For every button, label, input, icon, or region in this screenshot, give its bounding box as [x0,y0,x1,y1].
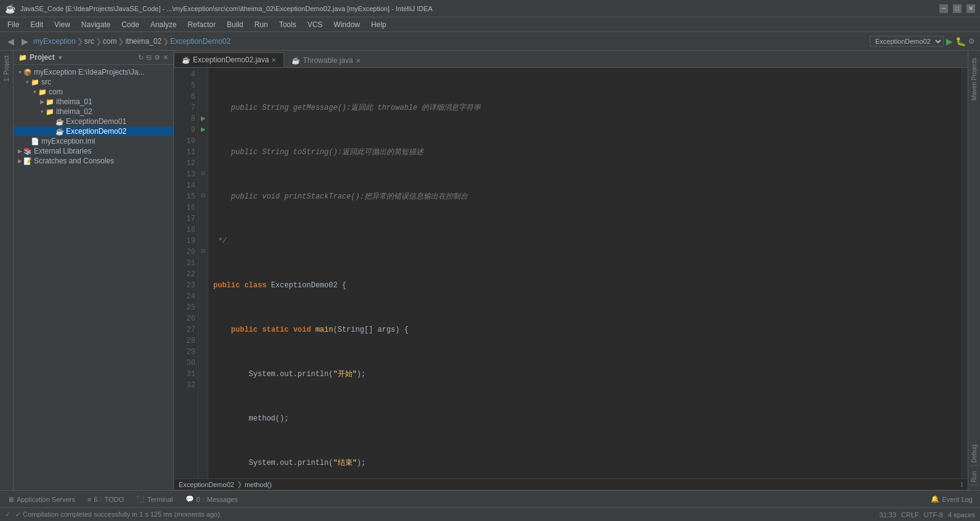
run-arrow-9[interactable]: ▶ [201,126,206,133]
menu-edit[interactable]: Edit [25,19,48,30]
run-panel-label[interactable]: Run [970,469,979,485]
tree-label-exceptiondemo01: ExceptionDemo01 [66,117,126,126]
status-bar: ✓ ✓ Compilation completed successfully i… [0,507,980,521]
code-editor[interactable]: 4 5 6 7 8 9 10 11 12 13 14 15 16 17 18 1… [174,68,968,478]
scrollbar[interactable] [962,68,968,478]
menu-run[interactable]: Run [250,19,273,30]
tree-icon-iml: 📄 [31,137,39,146]
tree-label-iml: myException.iml [41,137,95,146]
indent-info[interactable]: 4 spaces [948,511,975,519]
tree-icon-exceptiondemo01: ☕ [55,118,64,126]
tree-item-myexception[interactable]: ▾ 📦 myException E:\IdeaProjects\Ja... [14,67,173,77]
code-line-7: */ [213,236,957,247]
menu-code[interactable]: Code [116,19,144,30]
tree-item-extlib[interactable]: ▶ 📚 External Libraries [14,146,173,156]
tree-icon-myexception: 📦 [23,68,32,76]
breadcrumb-com[interactable]: com [103,37,117,46]
menu-analyze[interactable]: Analyze [145,19,182,30]
menu-help[interactable]: Help [366,19,391,30]
tab-event-log[interactable]: 🔔 Event Log [926,494,978,504]
tree-item-scratches[interactable]: ▶ 📝 Scratches and Consoles [14,156,173,166]
tree-label-src: src [41,78,51,86]
tree-item-src[interactable]: ▾ 📁 src [14,77,173,87]
fold-start-15[interactable]: ⊟ [201,192,206,199]
editor-area: ☕ ExceptionDemo02.java ✕ ☕ Throwable.jav… [174,51,968,490]
menu-window[interactable]: Window [329,19,365,30]
file-encoding[interactable]: UTF-8 [924,511,943,519]
tree-label-extlib: External Libraries [34,147,91,155]
toolbar-btn-1[interactable]: ⚙ [968,37,975,46]
tab-terminal[interactable]: ⬛ Terminal [131,494,178,504]
menu-build[interactable]: Build [222,19,248,30]
breadcrumb-myexception[interactable]: myException [33,37,76,46]
cursor-pos[interactable]: 31:33 [880,511,897,519]
tree-item-exceptiondemo02[interactable]: ▶ ☕ ExceptionDemo02 [14,126,173,136]
gutter: ▶ ▶ ⊟ ⊟ ⊟ [198,68,208,478]
tab-java-icon-1: ☕ [182,56,190,64]
debug-button[interactable]: 🐛 [955,36,966,46]
fold-end-13[interactable]: ⊟ [201,170,206,176]
tab-todo[interactable]: ≡ 6 : TODO [83,494,129,504]
tab-close-2[interactable]: ✕ [356,57,361,64]
tab-label-1: ExceptionDemo02.java [193,55,269,64]
tree-icon-com: 📁 [38,88,47,96]
cursor-position: I [961,481,963,488]
tree-item-exceptiondemo01[interactable]: ▶ ☕ ExceptionDemo01 [14,117,173,126]
menu-view[interactable]: View [49,19,75,30]
project-header: 📁 Project ▾ ↻ ⊟ ⚙ ✕ [14,51,173,65]
maven-projects-label[interactable]: Maven Projects [970,55,979,103]
menu-navigate[interactable]: Navigate [76,19,115,30]
menu-tools[interactable]: Tools [274,19,301,30]
menu-refactor[interactable]: Refactor [183,19,221,30]
maximize-button[interactable]: □ [953,4,962,13]
code-line-10: System.out.println("开始"); [213,369,957,380]
run-config-select[interactable]: ExceptionDemo02 [870,36,944,47]
status-ok-icon: ✓ [5,511,10,519]
nav-back-button[interactable]: ◀ [5,35,17,47]
project-panel-label[interactable]: 1: Project [1,51,12,86]
tree-item-com[interactable]: ▾ 📁 com [14,87,173,97]
tree-item-itheima02[interactable]: ▾ 📁 itheima_02 [14,107,173,117]
tab-exceptiondemo02[interactable]: ☕ ExceptionDemo02.java ✕ [174,52,284,67]
run-arrow-8[interactable]: ▶ [201,115,206,121]
tree-icon-scratches: 📝 [23,157,32,165]
right-panels: Maven Projects Debug Run [968,51,980,490]
tree-item-iml[interactable]: ▶ 📄 myException.iml [14,136,173,146]
bottom-tabs: 🖥 Application Servers ≡ 6 : TODO ⬛ Termi… [0,490,980,507]
file-tree: ▾ 📦 myException E:\IdeaProjects\Ja... ▾ … [14,65,173,490]
project-panel: 📁 Project ▾ ↻ ⊟ ⚙ ✕ ▾ 📦 myException E:\I… [14,51,174,490]
project-collapse-icon[interactable]: ⊟ [146,54,152,62]
breadcrumb-class[interactable]: ExceptionDemo02 [179,481,234,488]
code-line-11: method(); [213,413,957,424]
line-ending[interactable]: CRLF [901,511,919,519]
breadcrumb-src[interactable]: src [84,37,94,46]
menu-vcs[interactable]: VCS [303,19,328,30]
code-content[interactable]: public String getMessage():返回此 throwable… [208,68,962,478]
close-button[interactable]: ✕ [966,4,975,13]
menu-bar: File Edit View Navigate Code Analyze Ref… [0,17,980,32]
fold-20[interactable]: ⊟ [201,248,206,254]
tab-application-servers[interactable]: 🖥 Application Servers [2,494,80,504]
project-dropdown-icon[interactable]: ▾ [59,54,62,62]
breadcrumb-file[interactable]: ExceptionDemo02 [170,37,231,46]
project-close-icon[interactable]: ✕ [163,54,168,62]
project-settings-icon[interactable]: ⚙ [154,54,160,62]
nav-forward-button[interactable]: ▶ [19,35,31,47]
run-button[interactable]: ▶ [946,36,953,46]
debug-panel-label[interactable]: Debug [970,442,979,466]
tab-throwable[interactable]: ☕ Throwable.java ✕ [284,54,367,67]
code-line-8: public class ExceptionDemo02 { [213,280,957,291]
tree-label-exceptiondemo02: ExceptionDemo02 [66,127,126,136]
tab-java-icon-2: ☕ [292,57,300,65]
tree-item-itheima01[interactable]: ▶ 📁 itheima_01 [14,97,173,107]
tab-messages[interactable]: 💬 0 : Messages [181,494,243,504]
tree-arrow-itheima01: ▶ [38,99,46,105]
breadcrumb-method[interactable]: method() [245,481,272,488]
tab-close-1[interactable]: ✕ [271,57,276,64]
project-sync-icon[interactable]: ↻ [138,54,144,62]
status-left: ✓ ✓ Compilation completed successfully i… [5,511,220,519]
menu-file[interactable]: File [2,19,24,30]
minimize-button[interactable]: ─ [939,4,948,13]
breadcrumb-itheima02[interactable]: itheima_02 [125,37,161,46]
tree-arrow-extlib: ▶ [16,148,23,154]
